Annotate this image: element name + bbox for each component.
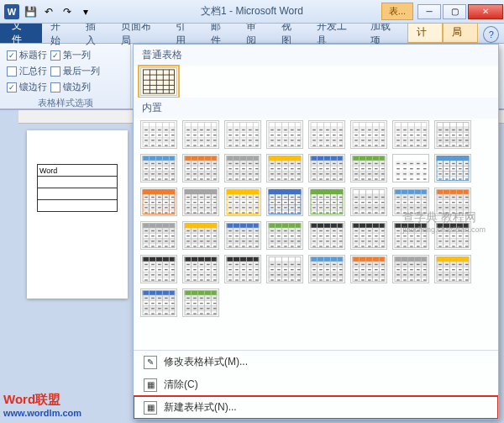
gallery-item[interactable] (308, 221, 345, 250)
svg-rect-360 (249, 168, 252, 169)
svg-rect-1177 (270, 264, 274, 265)
gallery-section-builtin: 内置 (134, 98, 498, 119)
menu-clear[interactable]: ▦ 清除(C) (134, 373, 498, 396)
svg-rect-531 (465, 173, 469, 174)
svg-rect-371 (255, 178, 259, 179)
svg-rect-1160 (235, 279, 239, 280)
svg-rect-89 (235, 130, 239, 130)
undo-button[interactable]: ↶ (40, 3, 57, 20)
gallery-item[interactable] (266, 188, 303, 216)
svg-rect-204 (368, 145, 371, 145)
checkbox-last-col[interactable]: 最后一列 (50, 65, 100, 77)
gallery-item[interactable] (182, 288, 219, 317)
gallery-item-plain[interactable] (140, 67, 177, 96)
app-icon[interactable]: W (3, 3, 20, 20)
gallery-item[interactable] (266, 120, 303, 149)
file-tab[interactable]: 文件 (0, 23, 42, 43)
menu-modify-style[interactable]: ✎ 修改表格样式(M)... (134, 351, 498, 373)
table-cell[interactable] (38, 188, 118, 200)
svg-rect-1390 (186, 313, 190, 314)
gallery-item[interactable] (224, 221, 261, 250)
help-button[interactable]: ? (483, 26, 499, 43)
gallery-item[interactable] (266, 255, 303, 283)
gallery-item[interactable] (308, 154, 345, 182)
table-cell[interactable] (38, 200, 118, 212)
gallery-item[interactable] (434, 255, 471, 283)
gallery-item[interactable] (266, 154, 303, 182)
gallery-item[interactable] (308, 188, 345, 216)
gallery-item[interactable] (224, 188, 261, 216)
menu-new-style[interactable]: ▦ 新建表样式(N)... (134, 396, 498, 419)
gallery-footer: ✎ 修改表格样式(M)... ▦ 清除(C) ▦ 新建表样式(N)... (134, 350, 498, 419)
minimize-button[interactable]: ─ (417, 4, 441, 19)
gallery-item[interactable] (182, 154, 219, 182)
svg-rect-1026 (423, 241, 427, 241)
svg-rect-1375 (186, 298, 190, 299)
gallery-item[interactable] (182, 188, 219, 216)
gallery-item[interactable] (350, 255, 387, 283)
gallery-item[interactable] (308, 120, 345, 149)
page[interactable]: Word (27, 130, 128, 299)
tab-home[interactable]: 开始 (42, 24, 77, 43)
tab-review[interactable]: 审阅 (238, 24, 273, 43)
svg-rect-269 (445, 145, 449, 145)
gallery-item[interactable] (392, 154, 429, 182)
gallery-item[interactable] (350, 120, 387, 149)
tab-view[interactable]: 视图 (273, 24, 308, 43)
gallery-item[interactable] (266, 221, 303, 250)
checkbox-header-row[interactable]: ✓标题行 (7, 49, 47, 61)
tab-addins[interactable]: 加载项 (362, 24, 407, 43)
gallery-item[interactable] (140, 154, 177, 182)
close-button[interactable]: ✕ (468, 4, 503, 19)
tab-developer[interactable]: 开发工具 (308, 24, 362, 43)
gallery-item[interactable] (392, 120, 429, 149)
tab-references[interactable]: 引用 (167, 24, 202, 43)
watermark-right: 查字典 教程网 jiaocheng.chazidian.com (402, 210, 486, 234)
gallery-item[interactable] (224, 255, 261, 283)
gallery-item[interactable] (434, 120, 471, 149)
gallery-item[interactable] (434, 154, 471, 182)
redo-button[interactable]: ↷ (59, 3, 76, 20)
checkbox-banded-row[interactable]: ✓镶边行 (7, 81, 47, 93)
tab-insert[interactable]: 插入 (77, 24, 113, 43)
table-cell[interactable]: Word (38, 165, 118, 177)
svg-rect-139 (291, 145, 294, 145)
svg-rect-301 (144, 178, 148, 179)
qat-more-button[interactable]: ▾ (77, 3, 94, 20)
gallery-item[interactable] (350, 188, 387, 216)
gallery-item[interactable] (140, 255, 177, 283)
svg-rect-619 (249, 197, 252, 198)
svg-rect-1120 (213, 269, 217, 270)
tab-pagelayout[interactable]: 页面布局 (113, 24, 166, 43)
gallery-item[interactable] (224, 154, 261, 182)
gallery-item[interactable] (140, 120, 177, 149)
gallery-section-plain: 普通表格 (134, 45, 498, 66)
gallery-item[interactable] (182, 120, 219, 149)
svg-rect-1059 (465, 241, 469, 241)
gallery-item[interactable] (182, 255, 219, 283)
gallery-item[interactable] (392, 255, 429, 283)
svg-rect-187 (354, 130, 358, 130)
checkbox-first-col[interactable]: ✓第一列 (50, 49, 91, 61)
checkbox-total-row[interactable]: 汇总行 (7, 65, 47, 77)
document-table[interactable]: Word (37, 164, 118, 212)
gallery-item[interactable] (224, 120, 261, 149)
gallery-item[interactable] (350, 154, 387, 182)
svg-rect-586 (207, 197, 210, 198)
checkbox-banded-col[interactable]: 镶边列 (50, 81, 91, 93)
svg-rect-468 (368, 178, 371, 179)
svg-rect-1279 (417, 264, 420, 265)
tab-mailings[interactable]: 邮件 (202, 24, 238, 43)
gallery-item[interactable] (140, 188, 177, 216)
gallery-item[interactable] (182, 221, 219, 250)
gallery-item[interactable] (350, 221, 387, 250)
svg-rect-1283 (410, 269, 413, 270)
table-cell[interactable] (38, 177, 118, 188)
gallery-item[interactable] (308, 255, 345, 283)
svg-rect-160 (319, 135, 323, 135)
svg-rect-63 (207, 135, 210, 135)
save-button[interactable]: 💾 (22, 3, 39, 20)
maximize-button[interactable]: ▢ (443, 4, 466, 19)
gallery-item[interactable] (140, 221, 177, 250)
gallery-item[interactable] (140, 288, 177, 317)
